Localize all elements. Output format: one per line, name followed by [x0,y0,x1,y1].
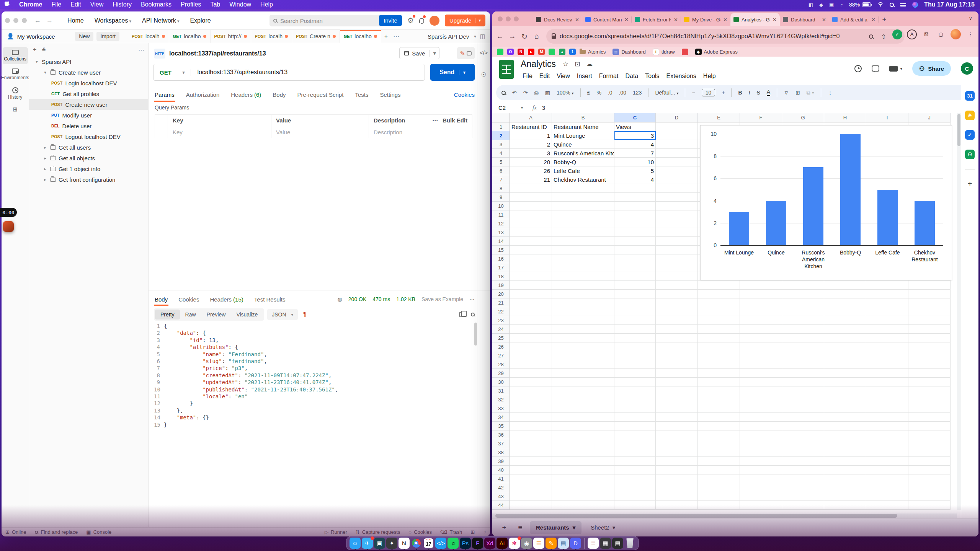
cell-J36[interactable] [908,430,951,439]
cell-C8[interactable] [614,184,656,193]
method-selector[interactable]: GET▾ [154,69,191,76]
bookmark-atomics[interactable]: Atomics [580,49,606,55]
cell-C27[interactable] [614,351,656,360]
dock-document[interactable]: ≣ [588,538,599,549]
tab-close-icon[interactable]: ✕ [871,17,875,23]
cell-B6[interactable]: Leffe Cafe [552,166,614,175]
cell-C29[interactable] [614,369,656,378]
contacts-icon[interactable]: ⚇ [965,150,975,159]
cell-E28[interactable] [698,360,740,369]
dock-illustrator[interactable]: Ai [497,538,508,549]
cell-E31[interactable] [698,386,740,395]
invite-button[interactable]: Invite [379,15,402,26]
request-tab[interactable]: GETlocalho [169,30,211,43]
cell-D16[interactable] [656,254,698,263]
cell-C9[interactable] [614,193,656,202]
cell-B1[interactable]: Restaurant Name [552,122,614,131]
zoom-select[interactable]: 100% ▾ [557,90,574,96]
column-header-J[interactable]: J [908,113,951,122]
cell-B17[interactable] [552,263,614,272]
postman-search[interactable]: Search Postman [270,15,384,26]
cell-I44[interactable] [866,501,908,510]
sidebar-filter-icon[interactable]: ≚ [42,47,46,53]
cell-A14[interactable] [510,237,552,246]
cell-C42[interactable] [614,483,656,492]
sheet-tab-menu-icon[interactable]: ▾ [573,524,576,531]
comment-icon[interactable] [467,51,472,55]
cell-C5[interactable]: 10 [614,158,656,166]
sidebar-toggle-icon[interactable]: ⊞ [5,529,10,535]
online-status[interactable]: Online [12,529,26,535]
cell-G23[interactable] [782,316,824,325]
row-header-36[interactable]: 36 [492,430,510,439]
add-sheet-icon[interactable]: + [498,521,511,534]
cell-A20[interactable] [510,290,552,298]
tab-pre-request-script[interactable]: Pre-request Script [297,88,345,101]
share-button[interactable]: ⚇Share [912,61,951,76]
row-header-37[interactable]: 37 [492,439,510,448]
cell-A15[interactable] [510,246,552,254]
row-header-24[interactable]: 24 [492,325,510,334]
cell-A28[interactable] [510,360,552,369]
cell-A37[interactable] [510,439,552,448]
cell-D1[interactable] [656,122,698,131]
status-icon-1[interactable]: ◧ [808,2,813,8]
cell-B30[interactable] [552,378,614,386]
cell-B40[interactable] [552,466,614,474]
cell-A41[interactable] [510,474,552,483]
cell-C7[interactable]: 4 [614,175,656,184]
cell-A17[interactable] [510,263,552,272]
cell-D24[interactable] [656,325,698,334]
column-header-H[interactable]: H [824,113,866,122]
cell-H42[interactable] [824,483,866,492]
version-history-icon[interactable] [854,65,862,72]
cell-E40[interactable] [698,466,740,474]
response-tab-headers[interactable]: Headers(15) [209,293,244,305]
cell-D6[interactable] [656,166,698,175]
cell-B41[interactable] [552,474,614,483]
cell-A30[interactable] [510,378,552,386]
control-center-icon[interactable] [900,2,906,7]
bold-icon[interactable]: B [738,90,742,96]
code-snippet-icon[interactable]: </> [480,49,488,56]
cell-C25[interactable] [614,334,656,342]
cell-C32[interactable] [614,395,656,404]
cell-D11[interactable] [656,210,698,219]
cell-D21[interactable] [656,298,698,307]
cell-J19[interactable] [908,281,951,290]
status-icon-4[interactable]: ◔ [840,2,843,8]
cell-E19[interactable] [698,281,740,290]
cell-F35[interactable] [740,422,782,430]
cell-B9[interactable] [552,193,614,202]
cell-A27[interactable] [510,351,552,360]
cell-B13[interactable] [552,228,614,237]
siri-icon[interactable] [912,2,918,8]
cell-D5[interactable] [656,158,698,166]
cell-I19[interactable] [866,281,908,290]
cell-H26[interactable] [824,342,866,351]
cell-C10[interactable] [614,202,656,210]
cell-J29[interactable] [908,369,951,378]
tab-close-icon[interactable]: ✕ [723,17,727,23]
chrome-menu-icon[interactable]: ⋮ [965,29,975,39]
row-header-12[interactable]: 12 [492,219,510,228]
cell-D37[interactable] [656,439,698,448]
cell-A11[interactable] [510,210,552,219]
capture-requests-button[interactable]: Capture requests [362,529,400,535]
cell-B23[interactable] [552,316,614,325]
cookies-button[interactable]: Cookies [414,529,432,535]
paint-format-icon[interactable]: ▨ [545,90,550,96]
new-button[interactable]: New [75,32,93,41]
bookmark-dashboard[interactable]: ⚏Dashboard [612,49,646,55]
request-tab[interactable]: GETlocalho [340,30,381,43]
cell-E32[interactable] [698,395,740,404]
dock-pen-app[interactable]: ✎ [546,538,557,549]
meet-camera-icon[interactable]: ▾ [889,66,902,72]
cell-D19[interactable] [656,281,698,290]
environment-quicklook-icon[interactable]: ◫ [480,33,485,40]
request-tab[interactable]: POSTCreate n [292,30,340,43]
cell-E44[interactable] [698,501,740,510]
cell-A5[interactable]: 20 [510,158,552,166]
sheets-menu-help[interactable]: Help [700,72,719,80]
cell-B18[interactable] [552,272,614,281]
